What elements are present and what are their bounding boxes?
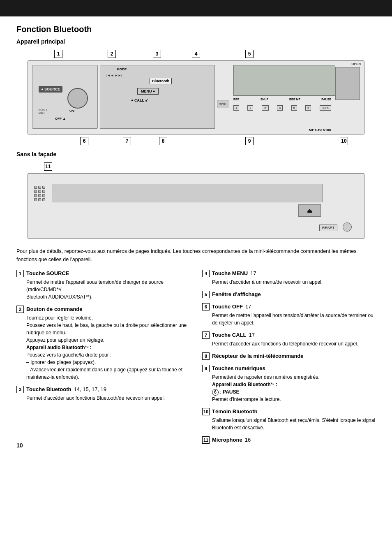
label-11: 11 (44, 162, 52, 171)
open-label: OPEN (351, 62, 361, 66)
intro-text: Pour plus de détails, reportez-vous aux … (16, 247, 376, 264)
dspl-btn[interactable]: DSPL (320, 105, 331, 111)
item-1: 1 Touche SOURCE Permet de mettre l'appar… (16, 270, 190, 301)
circle-6: 6 (212, 389, 219, 396)
right-slots (335, 67, 360, 100)
item-6-desc: Permet de mettre l'appareil hors tension… (202, 312, 376, 327)
menu-label: MENU ● (137, 88, 159, 95)
item-4-desc: Permet d'accéder à un menu/de recevoir u… (202, 278, 376, 286)
item-2-num: 2 (16, 306, 24, 313)
item-4-num: 4 (202, 270, 210, 277)
reset-circle (343, 222, 352, 232)
item-10-title: Témoin Bluetooth (212, 408, 258, 415)
item-9-title: Touches numériques (212, 365, 265, 371)
item-10-num: 10 (202, 408, 210, 415)
label-8: 8 (159, 137, 167, 145)
control-knob (67, 88, 88, 109)
left-column: 1 Touche SOURCE Permet de mettre l'appar… (16, 270, 190, 449)
scrl-label: SCRL (217, 100, 229, 108)
item-11: 11 Microphone 16 (202, 436, 376, 444)
item-4-page: 17 (250, 270, 256, 276)
left-panel: ● SOURCE PUSHLIST VOL OFF ▲ (32, 65, 98, 129)
items-columns: 1 Touche SOURCE Permet de mettre l'appar… (16, 270, 376, 449)
item-7: 7 Touche CALL 17 Permet d'accéder aux fo… (202, 331, 376, 348)
top-bar (0, 0, 392, 16)
item-5-title: Fenêtre d'affichage (212, 291, 261, 297)
device2-diagram: 11 ⏏ RESET (16, 161, 376, 239)
item-4: 4 Touche MENU 17 Permet d'accéder à un m… (202, 270, 376, 286)
item-3-desc: Permet d'accéder aux fonctions Bluetooth… (16, 394, 190, 402)
num-btn-1[interactable]: 1 (233, 105, 239, 111)
model-label: MEX-BT5100 (309, 128, 331, 132)
vol-label: VOL (69, 110, 75, 113)
item-5: 5 Fenêtre d'affichage (202, 291, 376, 298)
item-6-title: Touche OFF (212, 303, 243, 310)
item-7-title: Touche CALL (212, 332, 247, 338)
label-4: 4 (192, 50, 200, 58)
pause-label: PAUSE (321, 98, 331, 101)
rep-label: REP (233, 98, 239, 101)
button-row-top: REP SHUF BBE MP PAUSE (233, 98, 331, 101)
push-list-label: PUSHLIST (39, 109, 46, 114)
eject-button[interactable]: ⏏ (298, 204, 321, 217)
microphone-dots (34, 186, 46, 219)
item-3-num: 3 (16, 386, 24, 393)
item-2: 2 Bouton de commande Tournez pour régler… (16, 306, 190, 381)
device2-face: ⏏ RESET (28, 173, 364, 239)
label-9: 9 (245, 137, 254, 145)
item-8: 8 Récepteur de la mini-télécommande (202, 352, 376, 360)
num-btn-2[interactable]: 2 (247, 105, 253, 111)
item-3-page: 14, 15, 17, 19 (74, 386, 107, 392)
reset-label[interactable]: RESET (319, 225, 337, 231)
item-3-title: Touche Bluetooth (26, 386, 71, 392)
label-7: 7 (123, 137, 131, 145)
bottom-number-labels: 6 7 8 9 10 (28, 135, 364, 147)
label-10: 10 (340, 137, 348, 145)
display-window (233, 65, 335, 96)
label-3: 3 (153, 50, 161, 58)
device-face: ● SOURCE PUSHLIST VOL OFF ▲ MODE |◄◄ ►►|… (28, 60, 364, 134)
reset-area: RESET (319, 224, 337, 230)
item-9: 9 Touches numériques Permettent de rappe… (202, 365, 376, 403)
item-6: 6 Touche OFF 17 Permet de mettre l'appar… (202, 303, 376, 327)
call-label: ● CALL ↙ (131, 98, 148, 102)
bluetooth-label: Bluetooth (150, 78, 172, 84)
bbe-mp-label: BBE MP (289, 98, 300, 101)
item-11-page: 16 (245, 437, 251, 443)
page-title: Fonction Bluetooth (16, 25, 376, 34)
item-2-desc: Tournez pour régler le volume. Poussez v… (16, 314, 190, 381)
num-buttons-row: 1 2 3* 4 5 6 DSPL (233, 105, 331, 111)
item-10: 10 Témoin Bluetooth S'allume lorsqu'un s… (202, 408, 376, 431)
item-3: 3 Touche Bluetooth 14, 15, 17, 19 Permet… (16, 386, 190, 402)
subsection-sans-facade: Sans la façade (16, 151, 376, 158)
off-button-label: OFF ▲ (55, 117, 66, 120)
label-6: 6 (80, 137, 88, 145)
item-6-page: 17 (245, 303, 251, 310)
item-7-page: 17 (249, 332, 255, 338)
right-column: 4 Touche MENU 17 Permet d'accéder à un m… (202, 270, 376, 449)
cd-slot (53, 184, 323, 202)
item-9-desc: Permettent de rappeler des numéros enreg… (202, 373, 376, 403)
num-btn-6[interactable]: 6 (305, 105, 311, 111)
item-8-title: Récepteur de la mini-télécommande (212, 353, 304, 359)
num-btn-3[interactable]: 3* (262, 105, 269, 111)
item-1-num: 1 (16, 270, 24, 277)
source-button-label: ● SOURCE (39, 86, 62, 93)
num-btn-5[interactable]: 5 (291, 105, 297, 111)
item-1-title: Touche SOURCE (26, 270, 69, 276)
shuf-label: SHUF (261, 98, 268, 101)
item-1-desc: Permet de mettre l'appareil sous tension… (16, 278, 190, 301)
item-7-num: 7 (202, 331, 210, 339)
item-7-desc: Permet d'accéder aux fonctions du téléph… (202, 340, 376, 348)
device1-diagram: 1 2 3 4 5 ● SOURCE PUSHLIST VOL OFF ▲ MO… (16, 48, 376, 147)
top-number-labels: 1 2 3 4 5 (28, 48, 364, 60)
item-2-title: Bouton de commande (26, 306, 83, 312)
num-btn-4[interactable]: 4 (277, 105, 283, 111)
item-6-num: 6 (202, 303, 210, 310)
subsection-principal: Appareil principal (16, 38, 376, 45)
item-9-num: 9 (202, 365, 210, 372)
page-number: 10 (16, 442, 23, 449)
label-2: 2 (108, 50, 116, 58)
item-5-num: 5 (202, 291, 210, 298)
label-5: 5 (245, 50, 254, 58)
